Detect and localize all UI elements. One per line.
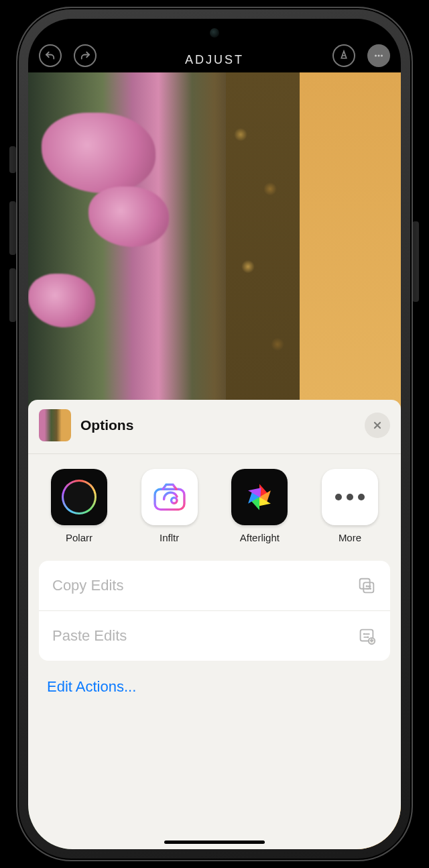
actions-list: Copy Edits Paste Edits [39,561,390,661]
sheet-title: Options [80,417,133,433]
svg-rect-5 [360,579,370,589]
volume-up-button [9,201,16,255]
more-button[interactable] [367,44,390,67]
close-icon [372,420,383,431]
photo-flower [28,274,95,327]
edit-actions-link[interactable]: Edit Actions... [28,661,401,713]
more-icon [335,494,365,500]
action-label: Copy Edits [52,577,123,594]
extension-app-row: Polarr [28,454,401,561]
sheet-header: Options [28,400,401,454]
redo-icon [79,50,91,62]
power-button [412,221,419,302]
paste-edits-icon [357,626,377,646]
svg-point-0 [375,55,377,57]
undo-button[interactable] [39,44,62,67]
extension-app-polarr[interactable]: Polarr [46,469,113,543]
undo-icon [44,50,56,62]
action-label: Paste Edits [52,627,127,645]
screen: ADJUST [28,19,401,849]
extension-app-afterlight[interactable]: Afterlight [226,469,293,543]
app-label: Infltr [160,532,179,543]
copy-edits-icon [357,576,377,596]
options-sheet: Options Polarr [28,400,401,849]
close-button[interactable] [365,413,390,438]
app-label: Polarr [66,532,93,543]
home-indicator[interactable] [164,840,265,844]
svg-point-2 [381,55,383,57]
photo-flower [42,113,156,193]
markup-button[interactable] [332,44,355,67]
volume-down-button [9,268,16,322]
svg-rect-6 [363,582,373,592]
paste-edits-row[interactable]: Paste Edits [39,611,390,661]
redo-button[interactable] [74,44,97,67]
copy-edits-row[interactable]: Copy Edits [39,561,390,611]
ellipsis-icon [373,50,385,62]
app-label: More [339,532,361,543]
extension-app-infltr[interactable]: Infltr [136,469,203,543]
svg-point-1 [377,55,379,57]
photo-flower [88,186,169,247]
photo-thumbnail [39,409,71,441]
phone-frame: ADJUST [16,7,413,861]
mute-switch [9,146,16,173]
svg-point-4 [171,498,176,503]
edit-actions-label: Edit Actions... [47,678,136,695]
afterlight-icon [242,480,277,514]
notch [147,19,282,42]
extension-app-more[interactable]: More [316,469,383,543]
markup-icon [338,50,350,62]
toolbar-title: ADJUST [185,53,244,67]
infltr-icon [151,479,188,515]
app-label: Afterlight [240,532,280,543]
polarr-icon [62,480,97,514]
